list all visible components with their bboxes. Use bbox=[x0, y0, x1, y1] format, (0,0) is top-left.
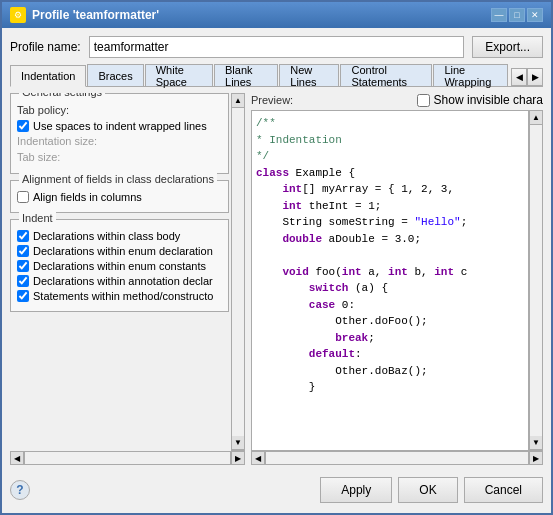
show-invisible-row: Show invisible chara bbox=[417, 93, 543, 107]
tab-blank-lines[interactable]: Blank Lines bbox=[214, 64, 278, 86]
code-line-8 bbox=[256, 247, 524, 264]
alignment-section: Alignment of fields in class declaration… bbox=[10, 180, 229, 213]
bottom-buttons: Apply OK Cancel bbox=[320, 477, 543, 503]
ok-button[interactable]: OK bbox=[398, 477, 457, 503]
tabs-container: Indentation Braces White Space Blank Lin… bbox=[10, 64, 543, 87]
hscroll-left-button[interactable]: ◀ bbox=[10, 451, 24, 465]
main-area: General settings Tab policy: Use spaces … bbox=[10, 93, 543, 465]
close-button[interactable]: ✕ bbox=[527, 8, 543, 22]
preview-hscrollbar: ◀ ▶ bbox=[251, 451, 543, 465]
tab-nav-left[interactable]: ◀ bbox=[511, 68, 527, 86]
left-content: General settings Tab policy: Use spaces … bbox=[10, 93, 231, 451]
indent-item-3: Declarations within annotation declar bbox=[17, 275, 222, 287]
show-invisible-label: Show invisible chara bbox=[434, 93, 543, 107]
code-line-12: Other.doFoo(); bbox=[256, 313, 524, 330]
hscroll-right-button[interactable]: ▶ bbox=[231, 451, 245, 465]
title-buttons: — □ ✕ bbox=[491, 8, 543, 22]
bottom-row: ? Apply OK Cancel bbox=[10, 471, 543, 505]
main-content: Profile name: Export... Indentation Brac… bbox=[2, 28, 551, 513]
preview-vscroll-down[interactable]: ▼ bbox=[530, 436, 542, 450]
code-line-14: default: bbox=[256, 346, 524, 363]
profile-window: ⚙ Profile 'teamformatter' — □ ✕ Profile … bbox=[0, 0, 553, 515]
title-bar-left: ⚙ Profile 'teamformatter' bbox=[10, 7, 159, 23]
code-line-16: } bbox=[256, 379, 524, 396]
minimize-button[interactable]: — bbox=[491, 8, 507, 22]
export-button[interactable]: Export... bbox=[472, 36, 543, 58]
indent-checkbox-2[interactable] bbox=[17, 260, 29, 272]
indent-size-row: Indentation size: bbox=[17, 135, 222, 147]
indent-item-0: Declarations within class body bbox=[17, 230, 222, 242]
code-line-2: */ bbox=[256, 148, 524, 165]
code-line-13: break; bbox=[256, 330, 524, 347]
profile-name-label: Profile name: bbox=[10, 40, 81, 54]
show-invisible-checkbox[interactable] bbox=[417, 94, 430, 107]
bottom-left: ? bbox=[10, 480, 30, 500]
tab-control-statements[interactable]: Control Statements bbox=[340, 64, 432, 86]
cancel-button[interactable]: Cancel bbox=[464, 477, 543, 503]
tab-policy-label: Tab policy: bbox=[17, 104, 69, 116]
indent-checkbox-0[interactable] bbox=[17, 230, 29, 242]
hscroll-track bbox=[24, 451, 231, 465]
right-panel: Preview: Show invisible chara /** * Inde… bbox=[251, 93, 543, 465]
alignment-title: Alignment of fields in class declaration… bbox=[19, 173, 217, 185]
preview-hscroll-track bbox=[265, 451, 529, 465]
indent-item-2: Declarations within enum constants bbox=[17, 260, 222, 272]
maximize-button[interactable]: □ bbox=[509, 8, 525, 22]
profile-name-input[interactable] bbox=[89, 36, 465, 58]
indent-label-1: Declarations within enum declaration bbox=[33, 245, 213, 257]
preview-label: Preview: bbox=[251, 94, 293, 106]
vscroll-up-button[interactable]: ▲ bbox=[232, 94, 244, 108]
tab-policy-row: Tab policy: bbox=[17, 104, 222, 116]
indent-item-4: Statements within method/constructo bbox=[17, 290, 222, 302]
tab-line-wrapping[interactable]: Line Wrapping bbox=[433, 64, 508, 86]
preview-hscroll-left[interactable]: ◀ bbox=[251, 451, 265, 465]
indent-checkbox-3[interactable] bbox=[17, 275, 29, 287]
tab-size-row: Tab size: bbox=[17, 151, 222, 163]
align-fields-checkbox[interactable] bbox=[17, 191, 29, 203]
preview-vscroll-up[interactable]: ▲ bbox=[530, 111, 542, 125]
indent-label-0: Declarations within class body bbox=[33, 230, 180, 242]
vscroll-track bbox=[232, 108, 244, 436]
vscroll-down-button[interactable]: ▼ bbox=[232, 436, 244, 450]
left-vscrollbar[interactable]: ▲ ▼ bbox=[231, 93, 245, 451]
indent-label-2: Declarations within enum constants bbox=[33, 260, 206, 272]
preview-vscrollbar[interactable]: ▲ ▼ bbox=[529, 110, 543, 451]
left-panel: General settings Tab policy: Use spaces … bbox=[10, 93, 245, 465]
indent-section: Indent Declarations within class body De… bbox=[10, 219, 229, 312]
title-bar: ⚙ Profile 'teamformatter' — □ ✕ bbox=[2, 2, 551, 28]
preview-hscroll-right[interactable]: ▶ bbox=[529, 451, 543, 465]
tab-indentation[interactable]: Indentation bbox=[10, 65, 86, 87]
code-line-5: int theInt = 1; bbox=[256, 198, 524, 215]
use-spaces-row: Use spaces to indent wrapped lines bbox=[17, 120, 222, 132]
code-line-3: class Example { bbox=[256, 165, 524, 182]
help-button[interactable]: ? bbox=[10, 480, 30, 500]
code-line-9: void foo(int a, int b, int c bbox=[256, 264, 524, 281]
code-line-15: Other.doBaz(); bbox=[256, 363, 524, 380]
indent-item-1: Declarations within enum declaration bbox=[17, 245, 222, 257]
code-line-6: String someString = "Hello"; bbox=[256, 214, 524, 231]
left-hscrollbar: ◀ ▶ bbox=[10, 451, 245, 465]
indent-title: Indent bbox=[19, 212, 56, 224]
use-spaces-checkbox[interactable] bbox=[17, 120, 29, 132]
tab-braces[interactable]: Braces bbox=[87, 64, 143, 86]
indent-checkbox-4[interactable] bbox=[17, 290, 29, 302]
tab-nav-right[interactable]: ▶ bbox=[527, 68, 543, 86]
tab-new-lines[interactable]: New Lines bbox=[279, 64, 339, 86]
preview-vscroll-track bbox=[530, 125, 542, 436]
preview-code: /** * Indentation */ class Example { int… bbox=[251, 110, 529, 451]
code-line-1: * Indentation bbox=[256, 132, 524, 149]
code-line-11: case 0: bbox=[256, 297, 524, 314]
tab-size-label: Tab size: bbox=[17, 151, 60, 163]
profile-row: Profile name: Export... bbox=[10, 36, 543, 58]
window-title: Profile 'teamformatter' bbox=[32, 8, 159, 22]
indent-size-label: Indentation size: bbox=[17, 135, 97, 147]
general-settings-section: General settings Tab policy: Use spaces … bbox=[10, 93, 229, 174]
code-line-4: int[] myArray = { 1, 2, 3, bbox=[256, 181, 524, 198]
apply-button[interactable]: Apply bbox=[320, 477, 392, 503]
general-settings-title: General settings bbox=[19, 93, 105, 98]
code-line-0: /** bbox=[256, 115, 524, 132]
code-line-10: switch (a) { bbox=[256, 280, 524, 297]
tab-white-space[interactable]: White Space bbox=[145, 64, 213, 86]
use-spaces-label: Use spaces to indent wrapped lines bbox=[33, 120, 207, 132]
indent-checkbox-1[interactable] bbox=[17, 245, 29, 257]
